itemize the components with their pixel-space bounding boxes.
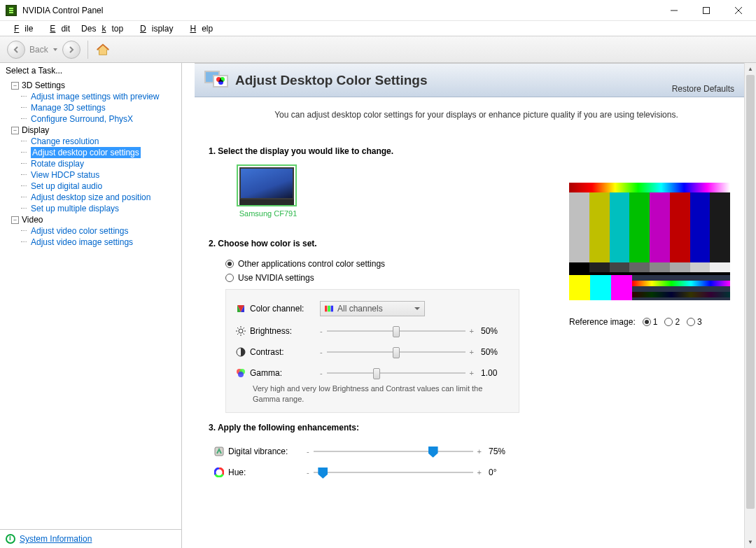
svg-rect-1	[704, 7, 710, 13]
brightness-row: Brightness: - + 50%	[236, 321, 509, 342]
page-header: Adjust Desktop Color Settings Restore De…	[195, 64, 744, 97]
section-2-title: 2. Choose how color is set.	[209, 239, 555, 248]
radio-icon	[687, 318, 695, 326]
svg-line-15	[244, 328, 245, 329]
brightness-icon	[236, 326, 246, 336]
restore-defaults-link[interactable]: Restore Defaults	[672, 84, 734, 94]
color-settings-panel: Color channel: All channels	[225, 289, 519, 413]
vibrance-value: 75%	[489, 447, 517, 456]
sidebar-heading: Select a Task...	[0, 63, 181, 78]
tree-change-resolution[interactable]: Change resolution	[0, 136, 181, 147]
vertical-scrollbar[interactable]: ▲ ▼	[744, 63, 756, 548]
scrollbar-thumb[interactable]	[746, 75, 755, 509]
menu-edit[interactable]: Edit	[38, 22, 76, 35]
title-bar: NVIDIA Control Panel	[0, 0, 756, 21]
menu-bar: File Edit Desktop Display Help	[0, 21, 756, 36]
display-selector[interactable]: Samsung CF791	[237, 164, 555, 218]
color-channel-select[interactable]: All channels	[320, 301, 425, 316]
display-name: Samsung CF791	[237, 209, 300, 218]
system-information-link[interactable]: System Information	[20, 534, 92, 544]
radio-icon	[225, 260, 234, 268]
hue-value: 0°	[489, 468, 517, 477]
gamma-hint: Very high and very low Brightness and Co…	[253, 384, 509, 405]
svg-point-19	[238, 372, 244, 377]
plus-label: +	[470, 327, 474, 335]
svg-rect-6	[331, 306, 333, 312]
radio-icon	[225, 274, 234, 282]
back-button[interactable]	[7, 41, 25, 59]
svg-line-12	[237, 328, 239, 329]
tree-video-image[interactable]: Adjust video image settings	[0, 237, 181, 248]
tree-video-color[interactable]: Adjust video color settings	[0, 225, 181, 237]
tree-configure-surround[interactable]: Configure Surround, PhysX	[0, 113, 181, 125]
scroll-up-icon[interactable]: ▲	[745, 63, 756, 75]
contrast-icon	[236, 347, 246, 357]
gamma-icon	[236, 368, 246, 378]
scroll-down-icon[interactable]: ▼	[745, 536, 756, 548]
hue-row: Hue: - + 0°	[209, 462, 517, 483]
ref-radio-3[interactable]: 3	[687, 317, 702, 327]
tree-cat-display[interactable]: −Display	[0, 125, 181, 136]
svg-rect-5	[328, 306, 330, 312]
page-intro: You can adjust desktop color settings fo…	[209, 110, 744, 120]
collapse-icon[interactable]: −	[11, 216, 19, 224]
ref-radio-2[interactable]: 2	[664, 317, 680, 327]
minimize-button[interactable]	[658, 0, 690, 21]
reference-image-column: Reference image: 1 2 3	[569, 183, 744, 327]
reference-image	[569, 183, 730, 300]
home-icon[interactable]	[95, 42, 111, 57]
sidebar: Select a Task... −3D Settings Adjust ima…	[0, 63, 182, 548]
brightness-value: 50%	[481, 326, 509, 336]
vibrance-row: Digital vibrance: - + 75%	[209, 441, 517, 462]
brightness-slider[interactable]	[327, 325, 465, 337]
tree-adjust-image-preview[interactable]: Adjust image settings with preview	[0, 91, 181, 102]
page-title: Adjust Desktop Color Settings	[235, 73, 427, 88]
menu-display[interactable]: Display	[129, 22, 178, 35]
tree-manage-3d[interactable]: Manage 3D settings	[0, 102, 181, 113]
svg-line-14	[237, 334, 239, 335]
forward-button[interactable]	[62, 41, 80, 59]
reference-image-label: Reference image:	[569, 317, 636, 327]
close-button[interactable]	[722, 0, 755, 21]
collapse-icon[interactable]: −	[11, 127, 19, 134]
tree-multiple-displays[interactable]: Set up multiple displays	[0, 203, 181, 214]
rgb-icon	[325, 305, 333, 312]
tree-rotate-display[interactable]: Rotate display	[0, 158, 181, 169]
menu-help[interactable]: Help	[178, 22, 218, 35]
tree-cat-video[interactable]: −Video	[0, 214, 181, 225]
section-3-title: 3. Apply the following enhancements:	[209, 423, 555, 433]
window-controls	[658, 0, 755, 21]
page-header-icon	[204, 71, 228, 90]
monitor-icon	[237, 164, 297, 206]
window-title: NVIDIA Control Panel	[22, 6, 658, 15]
radio-use-nvidia[interactable]: Use NVIDIA settings	[225, 271, 555, 285]
radio-icon	[643, 318, 651, 326]
tree-adjust-desktop-color[interactable]: Adjust desktop color settings	[31, 147, 141, 158]
gamma-value: 1.00	[481, 368, 509, 378]
minus-label: -	[320, 327, 323, 335]
tree-cat-3d[interactable]: −3D Settings	[0, 80, 181, 91]
tree-desktop-size[interactable]: Adjust desktop size and position	[0, 192, 181, 203]
maximize-button[interactable]	[690, 0, 722, 21]
section-1-title: 1. Select the display you would like to …	[209, 146, 555, 156]
menu-file[interactable]: File	[3, 22, 38, 35]
back-dropdown-icon[interactable]	[52, 47, 58, 52]
menu-desktop[interactable]: Desktop	[76, 22, 129, 35]
contrast-slider[interactable]	[327, 346, 465, 358]
hue-slider[interactable]	[314, 466, 473, 479]
svg-rect-4	[325, 306, 327, 312]
toolbar: Back	[0, 36, 756, 63]
vibrance-slider[interactable]	[314, 445, 473, 458]
tree-digital-audio[interactable]: Set up digital audio	[0, 181, 181, 192]
contrast-value: 50%	[481, 347, 509, 357]
tree-view-hdcp[interactable]: View HDCP status	[0, 169, 181, 181]
svg-line-13	[244, 334, 245, 335]
contrast-row: Contrast: - + 50%	[236, 342, 509, 363]
vibrance-icon	[214, 447, 224, 456]
ref-radio-1[interactable]: 1	[643, 317, 658, 327]
radio-other-apps[interactable]: Other applications control color setting…	[225, 257, 555, 271]
gamma-slider[interactable]	[327, 367, 465, 379]
content-area: Adjust Desktop Color Settings Restore De…	[182, 63, 756, 548]
info-icon	[6, 534, 15, 544]
collapse-icon[interactable]: −	[11, 82, 19, 90]
